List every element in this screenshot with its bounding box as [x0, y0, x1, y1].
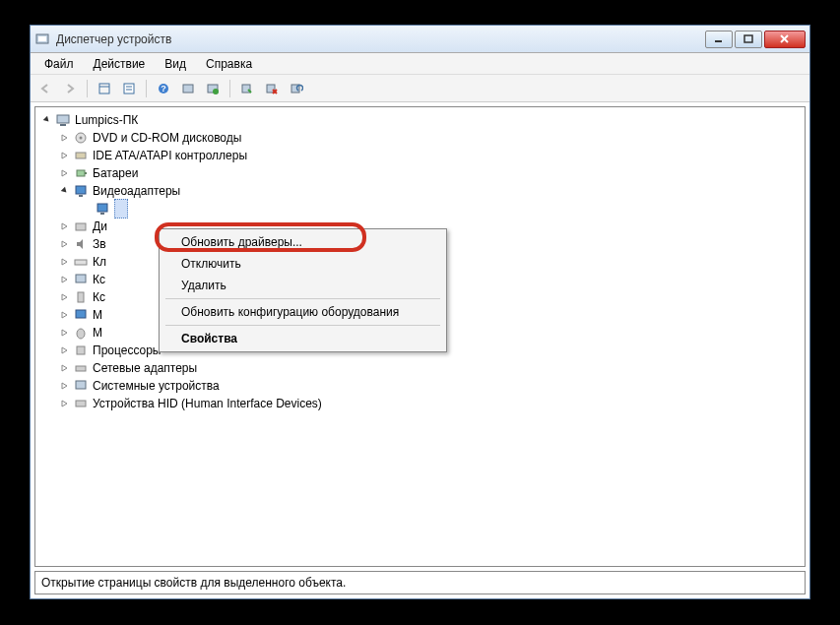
enable-button[interactable] [236, 78, 258, 99]
tree-item-selected[interactable] [37, 200, 803, 218]
tree-label: Зв [93, 235, 106, 253]
status-text: Открытие страницы свойств для выделенног… [41, 576, 346, 590]
ctx-separator [165, 298, 440, 299]
expand-icon[interactable] [59, 309, 71, 321]
usb-icon [73, 289, 89, 305]
tree-item[interactable]: DVD и CD-ROM дисководы [37, 129, 803, 147]
svg-point-37 [77, 329, 85, 339]
computer-icon [55, 112, 71, 128]
svg-rect-26 [77, 170, 85, 176]
svg-point-24 [80, 137, 83, 140]
collapse-icon[interactable] [59, 185, 71, 197]
ctx-disable[interactable]: Отключить [162, 253, 444, 275]
maximize-button[interactable] [735, 31, 762, 48]
tree-label: Процессоры [93, 342, 162, 359]
tree-label: Кс [93, 288, 105, 306]
app-icon [34, 31, 50, 47]
tree-item[interactable]: Системные устройства [37, 377, 803, 395]
show-hide-tree-button[interactable] [94, 78, 115, 99]
tree-label: Сетевые адаптеры [93, 359, 197, 377]
expand-icon[interactable] [59, 238, 71, 250]
device-manager-window: Диспетчер устройств Файл Действие Вид Сп… [30, 25, 810, 599]
window-title: Диспетчер устройств [56, 32, 705, 46]
expand-icon[interactable] [59, 327, 71, 339]
back-button [34, 78, 56, 99]
tree-label: М [93, 324, 102, 342]
svg-rect-29 [79, 195, 83, 197]
svg-rect-36 [76, 310, 86, 318]
properties-button[interactable] [118, 78, 140, 99]
svg-rect-6 [99, 84, 109, 94]
svg-rect-13 [183, 85, 193, 93]
svg-text:?: ? [161, 84, 166, 94]
context-menu: Обновить драйверы... Отключить Удалить О… [159, 228, 447, 352]
display-icon [95, 201, 110, 217]
svg-rect-25 [76, 153, 86, 158]
menu-help[interactable]: Справка [196, 55, 262, 73]
titlebar[interactable]: Диспетчер устройств [31, 26, 809, 53]
system-icon [73, 378, 89, 394]
tree-item-video[interactable]: Видеоадаптеры [37, 182, 803, 200]
mouse-icon [73, 325, 89, 341]
refresh-button[interactable] [286, 78, 307, 99]
uninstall-button[interactable] [261, 78, 283, 99]
ctx-separator [165, 325, 440, 326]
dvd-icon [73, 130, 89, 146]
ctx-properties[interactable]: Свойства [162, 328, 444, 349]
tree-label: Устройства HID (Human Interface Devices) [93, 395, 322, 412]
expand-icon[interactable] [59, 362, 71, 374]
menu-action[interactable]: Действие [84, 55, 156, 73]
close-button[interactable] [764, 31, 806, 48]
disk-icon [73, 219, 89, 234]
svg-rect-40 [76, 381, 86, 389]
audio-icon [73, 236, 89, 252]
toolbar-separator [87, 80, 88, 97]
tree-label: Ди [93, 218, 107, 235]
toolbar-separator [229, 80, 230, 97]
svg-rect-8 [124, 84, 134, 94]
expand-icon[interactable] [59, 380, 71, 392]
tree-label: Батареи [93, 164, 138, 182]
expand-icon[interactable] [59, 132, 71, 144]
ctx-uninstall[interactable]: Удалить [162, 275, 444, 296]
ctx-update-drivers[interactable]: Обновить драйверы... [162, 231, 444, 253]
svg-rect-21 [57, 115, 69, 123]
help-button[interactable]: ? [153, 78, 174, 99]
ctx-scan-hardware[interactable]: Обновить конфигурацию оборудования [162, 301, 444, 323]
collapse-icon[interactable] [41, 114, 53, 126]
svg-rect-31 [100, 213, 104, 215]
expand-icon[interactable] [59, 256, 71, 268]
tree-item[interactable]: Батареи [37, 164, 803, 182]
expand-icon[interactable] [59, 398, 71, 409]
scan-hardware-button[interactable] [177, 78, 199, 99]
toolbar: ? [31, 75, 809, 102]
forward-button [59, 78, 81, 99]
ide-icon [73, 148, 89, 163]
menu-file[interactable]: Файл [34, 55, 84, 73]
svg-rect-28 [76, 186, 86, 194]
tree-root[interactable]: Lumpics-ПК [37, 111, 803, 129]
monitor-icon [73, 307, 89, 323]
computer-icon [73, 272, 89, 287]
hid-icon [73, 396, 89, 411]
minimize-button[interactable] [705, 31, 733, 48]
expand-icon[interactable] [59, 291, 71, 303]
tree-label: DVD и CD-ROM дисководы [93, 129, 241, 147]
battery-icon [73, 165, 89, 181]
expand-icon[interactable] [59, 150, 71, 161]
svg-rect-35 [78, 292, 84, 302]
update-driver-button[interactable] [202, 78, 224, 99]
tree-label: Lumpics-ПК [75, 111, 138, 129]
expand-icon[interactable] [59, 167, 71, 179]
expand-icon[interactable] [59, 220, 71, 232]
expand-icon[interactable] [59, 274, 71, 285]
tree-item[interactable]: Устройства HID (Human Interface Devices) [37, 395, 803, 412]
svg-rect-32 [76, 223, 86, 230]
svg-rect-39 [76, 366, 86, 371]
menubar: Файл Действие Вид Справка [31, 53, 809, 75]
tree-item[interactable]: Сетевые адаптеры [37, 359, 803, 377]
expand-icon[interactable] [59, 344, 71, 356]
tree-item[interactable]: IDE ATA/ATAPI контроллеры [37, 147, 803, 164]
svg-rect-33 [75, 260, 87, 265]
menu-view[interactable]: Вид [155, 55, 196, 73]
